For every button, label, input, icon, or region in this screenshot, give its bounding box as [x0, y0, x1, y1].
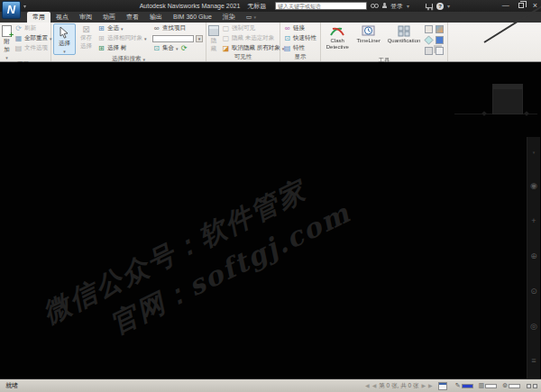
ribbon-display-toggle[interactable]: ▭ ▾: [246, 12, 256, 23]
panel-display-label: 显示: [280, 53, 320, 61]
quick-access-caret-icon[interactable]: ▾: [23, 3, 26, 9]
steering-wheel-icon[interactable]: ◉: [530, 181, 537, 190]
quick-find-row: ▾: [151, 33, 204, 43]
hide-button[interactable]: 隐藏: [208, 23, 219, 53]
reset-all-button[interactable]: ▦ 全部重置 ▾: [14, 33, 53, 43]
append-icon: +: [2, 25, 12, 37]
save-selection-button[interactable]: ⊠ 保存选择: [78, 23, 95, 55]
append-button[interactable]: + 附加 ▾: [2, 23, 12, 60]
clash-detective-button[interactable]: Clash Detective: [323, 23, 352, 57]
file-options-button[interactable]: ▤ 文件选项: [14, 43, 53, 53]
file-options-label: 文件选项: [24, 44, 48, 52]
tab-viewpoint[interactable]: 视点: [50, 12, 74, 23]
help-caret-icon[interactable]: ▾: [447, 3, 450, 9]
batch-utility-icon[interactable]: [425, 47, 433, 55]
application-menu-button[interactable]: N: [2, 1, 21, 19]
app-title-text: Autodesk Navisworks Manage 2021: [140, 3, 241, 9]
tab-home[interactable]: 常用: [27, 12, 50, 23]
selection-tree-button[interactable]: ⊞ 选择 树: [96, 43, 150, 53]
require-icon: ▢: [222, 24, 230, 32]
refresh-button[interactable]: ⟳ 刷新: [14, 23, 53, 33]
unhide-all-button[interactable]: ◪ 取消隐藏 所有对象 ▾: [221, 43, 285, 53]
refresh-icon: ⟳: [14, 24, 23, 32]
tab-animation[interactable]: 动画: [97, 12, 121, 23]
animator-icon[interactable]: [436, 25, 444, 33]
navigation-bar: ▾ ◉ + ⊕ ⊙ ◎ ≡: [527, 137, 540, 378]
find-items-icon: ∞: [152, 24, 160, 32]
web-progress-meter: ⊚: [502, 382, 520, 389]
tab-output[interactable]: 输出: [144, 12, 168, 23]
panel-visibility-label: 可见性: [206, 53, 280, 61]
app-store-cart-icon[interactable]: [426, 4, 433, 8]
sign-in-caret-icon[interactable]: ▾: [407, 3, 409, 9]
status-ready-text: 就绪: [5, 381, 18, 390]
minimize-button[interactable]: —: [502, 3, 509, 8]
select-all-caret-icon: ▾: [121, 26, 124, 32]
viewcube[interactable]: [492, 84, 523, 114]
quick-find-input[interactable]: [152, 35, 194, 42]
reset-all-icon: ▦: [14, 34, 23, 42]
tab-bim360glue[interactable]: BIM 360 Glue: [168, 12, 217, 23]
tab-render[interactable]: 渲染: [217, 12, 241, 23]
selection-tree-label: 选择 树: [107, 44, 126, 52]
sign-in-button[interactable]: 登录: [390, 2, 403, 11]
tab-review[interactable]: 审阅: [74, 12, 97, 23]
user-icon: [382, 3, 387, 9]
web-meter-bar: [509, 384, 520, 388]
sets-button[interactable]: ⊡ 集合 ▾ ⟳: [151, 43, 204, 53]
require-button[interactable]: ▢ 强制可见: [221, 23, 285, 33]
sets-caret-icon: ▾: [176, 46, 179, 51]
navbar-customize-caret-icon[interactable]: ▾: [533, 150, 536, 155]
look-around-icon[interactable]: ◎: [530, 322, 537, 331]
disk-progress-meter: ▥: [479, 382, 498, 389]
help-icon[interactable]: ?: [436, 3, 444, 10]
refresh-sets-icon[interactable]: ⟳: [180, 44, 188, 52]
quantification-button[interactable]: Quantification: [385, 23, 423, 57]
select-all-label: 全选: [107, 24, 119, 32]
prev-sheet-button[interactable]: ◀: [372, 382, 377, 389]
pencil-meter-icon: ✎: [455, 382, 461, 389]
search-input[interactable]: [275, 2, 367, 10]
panel-display: ∞ 链接 ⊡ 快速特性 ▤ 特性 显示: [280, 23, 321, 61]
links-button[interactable]: ∞ 链接: [282, 23, 317, 33]
orbit-icon[interactable]: ⊙: [530, 287, 537, 296]
select-all-button[interactable]: ⊞ 全选 ▾: [96, 23, 150, 33]
appearance-profiler-icon[interactable]: [436, 36, 444, 44]
document-title-text: 无标题: [247, 3, 266, 9]
tools-icon-grid: [425, 23, 445, 57]
links-label: 链接: [293, 24, 305, 32]
scripter-icon[interactable]: [424, 35, 433, 44]
scene-viewport[interactable]: 微信公众号：软件管家 官网：softgj.com ▾ ◉ + ⊕ ⊙ ◎ ≡: [0, 62, 541, 378]
find-items-button[interactable]: ∞ 查找项目: [151, 23, 204, 33]
restore-button[interactable]: [518, 3, 524, 8]
last-sheet-button[interactable]: ▶: [428, 382, 433, 389]
timeliner-button[interactable]: TimeLiner: [353, 23, 382, 57]
panel-visibility: 隐藏 ▢ 强制可见 ▢ 隐藏 未选定对象 ◪ 取消隐藏 所有对象 ▾: [206, 23, 280, 61]
quick-find-go-icon[interactable]: ▾: [196, 35, 203, 42]
status-bar: 就绪 ◀ ◀ 第 0 张, 共 0 张 ▶ ▶ ✎ ▥ ⊚: [0, 378, 541, 392]
save-selection-label: 保存选择: [78, 34, 95, 50]
select-same-button[interactable]: ⊞ 选择相同对象 ▾: [96, 33, 150, 43]
sets-label: 集合: [162, 44, 174, 52]
properties-button[interactable]: ▤ 特性: [282, 43, 317, 53]
autodesk-rendering-icon[interactable]: [425, 25, 433, 33]
select-all-icon: ⊞: [97, 24, 105, 32]
ribbon-empty-area: [448, 23, 541, 61]
zoom-icon[interactable]: ⊕: [530, 251, 537, 260]
select-button[interactable]: 选择 ▾: [53, 23, 76, 55]
next-sheet-button[interactable]: ▶: [421, 382, 426, 389]
sheet-browser-button[interactable]: [438, 382, 447, 390]
ribbon-toggle-caret-icon: ▾: [253, 12, 256, 23]
walk-icon[interactable]: ≡: [531, 356, 536, 365]
search-icon[interactable]: [371, 4, 379, 8]
compare-icon[interactable]: [436, 47, 444, 55]
title-bar: Autodesk Navisworks Manage 2021无标题 登录 ▾ …: [0, 0, 541, 12]
hide-label: 隐藏: [208, 37, 219, 53]
tab-view[interactable]: 查看: [121, 12, 144, 23]
quick-properties-button[interactable]: ⊡ 快速特性: [282, 33, 317, 43]
web-meter-icon: ⊚: [502, 382, 508, 389]
hide-unselected-button[interactable]: ▢ 隐藏 未选定对象: [221, 33, 285, 43]
clash-detective-icon: [330, 25, 344, 37]
first-sheet-button[interactable]: ◀: [365, 382, 370, 389]
pan-icon[interactable]: +: [531, 216, 536, 225]
